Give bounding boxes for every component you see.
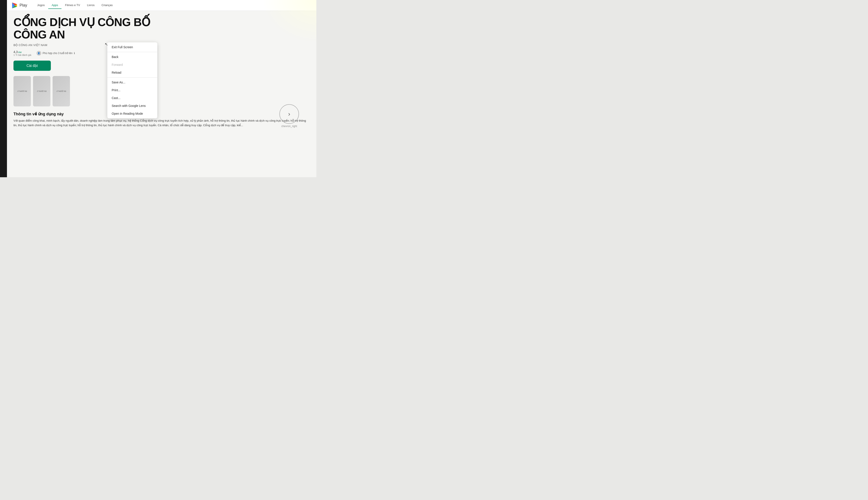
context-menu: Exit Full Screen Back Forward Reload Sav… xyxy=(107,42,157,118)
nav-apps[interactable]: Apps xyxy=(48,2,62,9)
play-header: Play Jogos Apps Filmes e TV Livros Crian… xyxy=(7,0,316,11)
app-content: CỔNG DỊCH VỤ CÔNG BỐ CÔNG AN BỘ CÔNG AN … xyxy=(7,11,316,133)
play-navigation: Jogos Apps Filmes e TV Livros Crianças xyxy=(34,2,116,9)
tablet-bezel xyxy=(0,0,7,177)
chevron-right-area[interactable]: › chevron_right xyxy=(279,104,299,128)
context-menu-divider-2 xyxy=(107,77,157,78)
app-info-text: Với quan điểm công khai, minh bạch, lấy … xyxy=(13,118,310,128)
chevron-right-icon: › xyxy=(288,111,290,117)
context-menu-item-cast[interactable]: Cast... xyxy=(107,94,157,102)
main-content-area: Play Jogos Apps Filmes e TV Livros Crian… xyxy=(7,0,316,177)
age-info-icon: ℹ xyxy=(74,52,75,55)
cursor-pointer: ↖ xyxy=(105,42,108,47)
exit-fullscreen-label: Exit Full Screen xyxy=(112,45,133,49)
context-menu-item-forward: Forward xyxy=(107,61,157,69)
rating-number: 4,3star xyxy=(13,50,22,54)
nav-jogos[interactable]: Jogos xyxy=(34,2,48,9)
app-info-section: Thông tin về ứng dụng này Với quan điểm … xyxy=(13,112,310,128)
screenshot-1: ภาพหน้าจอ xyxy=(13,76,31,106)
context-menu-divider-1 xyxy=(107,52,157,52)
nav-livros[interactable]: Livros xyxy=(83,2,98,9)
app-meta: 4,3star 1 Tr bài đánh giá 👤 Phù hợp cho … xyxy=(13,50,310,56)
nav-criancas[interactable]: Crianças xyxy=(98,2,116,9)
app-title-line2: CÔNG AN xyxy=(13,29,310,41)
chevron-right-label: chevron_right xyxy=(279,125,299,128)
play-logo-text: Play xyxy=(20,3,27,8)
rating-count: 1 Tr bài đánh giá xyxy=(13,54,31,56)
age-icon: 👤 xyxy=(36,51,41,56)
app-title: CỔNG DỊCH VỤ CÔNG BỐ CÔNG AN xyxy=(13,16,310,41)
app-developer: BỘ CÔNG AN VIỆT NAM xyxy=(13,43,310,47)
context-menu-item-exit-fullscreen[interactable]: Exit Full Screen xyxy=(107,43,157,51)
context-menu-item-search-google-lens[interactable]: Search with Google Lens xyxy=(107,102,157,110)
context-menu-item-reload[interactable]: Reload xyxy=(107,69,157,77)
rating-block: 4,3star 1 Tr bài đánh giá xyxy=(13,50,31,56)
app-info-title: Thông tin về ứng dụng này xyxy=(13,112,310,116)
context-menu-item-reading-mode[interactable]: Open in Reading Mode xyxy=(107,110,157,117)
age-label: Phù hợp cho 3 tuổi trở lên xyxy=(43,52,72,55)
screenshot-3: ภาพหน้าจอ xyxy=(53,76,70,106)
play-logo-icon xyxy=(11,2,18,9)
chevron-right-circle[interactable]: › xyxy=(279,104,299,124)
install-button[interactable]: Cài đặt xyxy=(13,60,51,71)
app-title-line1: CỔNG DỊCH VỤ CÔNG BỐ xyxy=(13,16,310,29)
context-menu-item-print[interactable]: Print... xyxy=(107,86,157,94)
play-logo[interactable]: Play xyxy=(11,2,27,9)
screenshots-row: ภาพหน้าจอ ภาพหน้าจอ ภาพหน้าจอ xyxy=(13,76,310,106)
screenshot-2: ภาพหน้าจอ xyxy=(33,76,50,106)
context-menu-item-save-as[interactable]: Save As... xyxy=(107,78,157,86)
age-block: 👤 Phù hợp cho 3 tuổi trở lên ℹ xyxy=(36,51,75,56)
context-menu-item-back[interactable]: Back xyxy=(107,53,157,61)
nav-filmes[interactable]: Filmes e TV xyxy=(61,2,83,9)
